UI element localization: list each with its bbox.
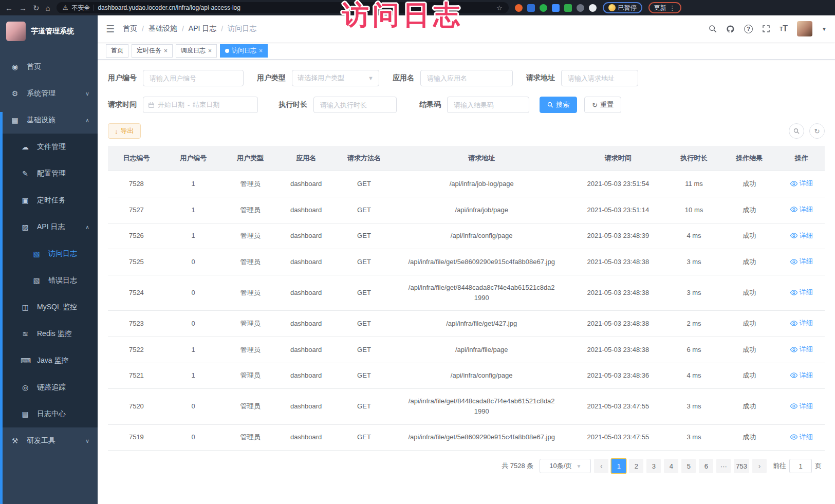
page-button-6[interactable]: 6 (699, 459, 713, 473)
cell-app-name: dashboard (279, 275, 333, 310)
sidebar-item-infrastructure[interactable]: ▤ 基础设施 ∧ (0, 107, 98, 134)
refresh-table-button[interactable]: ↻ (809, 123, 825, 139)
github-icon[interactable] (726, 25, 735, 33)
sidebar-item-system[interactable]: ⚙ 系统管理 ∨ (0, 80, 98, 107)
sidebar-item-java-monitor[interactable]: ⌨ Java 监控 (0, 347, 98, 374)
sidebar-item-mysql-monitor[interactable]: ◫ MySQL 监控 (0, 294, 98, 321)
tab-schedule-log[interactable]: 调度日志 × (176, 44, 217, 58)
breadcrumb-item[interactable]: 首页 (123, 24, 137, 33)
page-button-2[interactable]: 2 (629, 459, 643, 473)
detail-button[interactable]: 详细 (790, 370, 813, 381)
sidebar-item-file-manage[interactable]: ☁ 文件管理 (0, 134, 98, 160)
user-id-input[interactable] (143, 70, 244, 86)
extension-icon[interactable] (540, 4, 547, 12)
app-logo[interactable]: 芋道管理系统 (0, 15, 98, 47)
page-size-select[interactable]: 10条/页 ▼ (540, 459, 591, 473)
page-button-5[interactable]: 5 (681, 459, 696, 473)
browser-update-button[interactable]: 更新 ⋮ (648, 2, 681, 13)
sidebar-item-devtools[interactable]: ⚒ 研发工具 ∨ (0, 427, 98, 454)
detail-button[interactable]: 详细 (790, 287, 813, 297)
extension-icon[interactable] (564, 4, 572, 12)
update-label: 更新 (654, 4, 666, 12)
col-log-id: 日志编号 (108, 146, 165, 171)
request-time-range-picker[interactable]: 开始日期 - 结束日期 (143, 97, 258, 113)
cell-user-type: 管理员 (222, 389, 279, 424)
close-icon[interactable]: × (259, 47, 263, 54)
browser-forward-icon[interactable]: → (19, 4, 27, 12)
extension-icon[interactable] (527, 4, 535, 12)
close-icon[interactable]: × (208, 47, 212, 54)
export-button[interactable]: ↓ 导出 (108, 123, 141, 139)
tab-scheduled-jobs[interactable]: 定时任务 × (132, 44, 173, 58)
browser-menu-icon[interactable]: ⋮ (669, 4, 676, 12)
pagination-total: 共 7528 条 (502, 461, 533, 471)
sidebar-item-config-manage[interactable]: ✎ 配置管理 (0, 160, 98, 187)
tab-access-log[interactable]: 访问日志 × (220, 44, 268, 58)
cell-user-type: 管理员 (222, 171, 279, 197)
sidebar-item-error-log[interactable]: ▧ 错误日志 (0, 267, 98, 294)
request-url-input[interactable] (561, 70, 638, 86)
page-button-3[interactable]: 3 (646, 459, 661, 473)
duration-input[interactable] (313, 97, 397, 113)
app-name-input[interactable] (420, 70, 513, 86)
sidebar-item-trace[interactable]: ◎ 链路追踪 (0, 374, 98, 401)
detail-button[interactable]: 详细 (790, 432, 813, 442)
bookmark-star-icon[interactable]: ☆ (496, 4, 503, 12)
cell-app-name: dashboard (279, 389, 333, 424)
cell-user-type: 管理员 (222, 424, 279, 451)
tab-home[interactable]: 首页 (106, 44, 128, 58)
detail-button[interactable]: 详细 (790, 231, 813, 241)
next-page-button[interactable]: › (752, 459, 767, 473)
profile-paused-badge[interactable]: 已暂停 (603, 2, 642, 13)
reset-button[interactable]: ↻ 重置 (584, 97, 621, 113)
cell-duration: 4 ms (667, 363, 720, 389)
sidebar-item-redis-monitor[interactable]: ≋ Redis 监控 (0, 321, 98, 347)
cell-duration: 4 ms (667, 223, 720, 249)
detail-button[interactable]: 详细 (790, 401, 813, 412)
user-type-select[interactable]: 请选择用户类型 ▼ (292, 70, 379, 86)
help-icon[interactable]: ? (744, 25, 753, 33)
pagination: 共 7528 条 10条/页 ▼ ‹ 1 2 3 4 5 6 ··· 753 ›… (108, 459, 825, 473)
page-button-4[interactable]: 4 (664, 459, 678, 473)
goto-page-input[interactable] (789, 459, 812, 473)
sidebar-collapse-icon[interactable]: ☰ (106, 23, 115, 35)
sidebar-item-home[interactable]: ◉ 首页 (0, 53, 98, 80)
cell-user-id: 0 (165, 424, 222, 451)
detail-button[interactable]: 详细 (790, 178, 813, 189)
browser-reload-icon[interactable]: ↻ (33, 4, 40, 12)
chevron-down-icon[interactable]: ▼ (822, 26, 827, 32)
address-bar[interactable]: ⚠ 不安全 dashboard.yudao.iocoder.cn/infra/l… (57, 2, 509, 13)
extension-icon[interactable] (589, 4, 597, 12)
page-button-1[interactable]: 1 (611, 459, 626, 473)
prev-page-button[interactable]: ‹ (594, 459, 608, 473)
sidebar-item-scheduled-jobs[interactable]: ▣ 定时任务 (0, 187, 98, 214)
page-button-753[interactable]: 753 (734, 459, 749, 473)
detail-button[interactable]: 详细 (790, 344, 813, 354)
search-button[interactable]: 搜索 (540, 97, 577, 113)
more-pages-button[interactable]: ··· (716, 459, 731, 473)
breadcrumb-item[interactable]: API 日志 (189, 24, 216, 33)
sidebar-item-log-center[interactable]: ▤ 日志中心 (0, 401, 98, 427)
breadcrumb-item[interactable]: 基础设施 (149, 24, 177, 33)
extension-icon[interactable] (515, 4, 523, 12)
detail-button[interactable]: 详细 (790, 318, 813, 328)
result-code-input[interactable] (447, 97, 529, 113)
detail-button[interactable]: 详细 (790, 256, 813, 267)
search-icon[interactable] (709, 25, 717, 33)
browser-back-icon[interactable]: ← (5, 4, 13, 12)
cell-user-id: 1 (165, 197, 222, 223)
cell-user-id: 0 (165, 249, 222, 275)
browser-home-icon[interactable]: ⌂ (46, 4, 50, 12)
cell-user-id: 1 (165, 363, 222, 389)
extension-icon[interactable] (552, 4, 560, 12)
detail-button[interactable]: 详细 (790, 204, 813, 215)
toggle-search-button[interactable] (789, 123, 804, 139)
font-size-icon[interactable]: TT (780, 24, 788, 33)
close-icon[interactable]: × (164, 47, 168, 54)
cell-result: 成功 (720, 197, 778, 223)
user-avatar[interactable] (797, 21, 812, 36)
fullscreen-icon[interactable] (762, 25, 770, 33)
extension-icon[interactable] (577, 4, 584, 12)
sidebar-item-api-log[interactable]: ▨ API 日志 ∧ (0, 214, 98, 240)
sidebar-item-access-log[interactable]: ▧ 访问日志 (0, 240, 98, 267)
